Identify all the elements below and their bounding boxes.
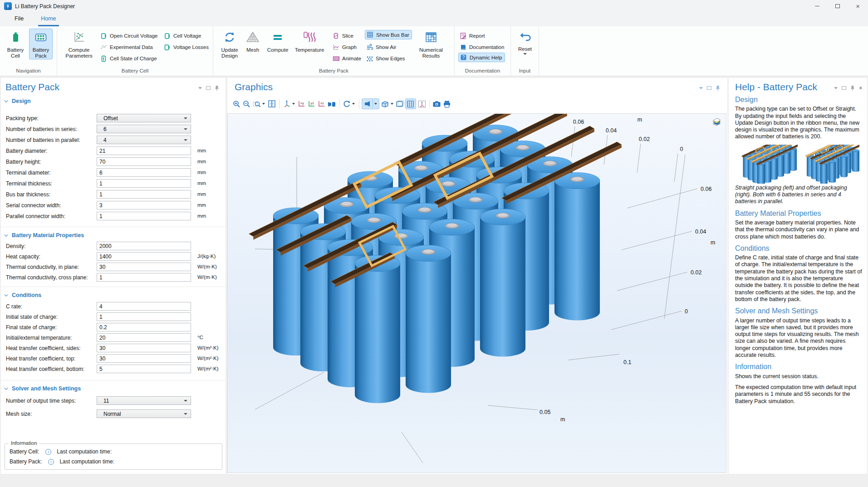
open-circuit-voltage-button[interactable]: Open Circuit Voltage: [100, 31, 157, 40]
zoom-box-dropdown-arrow[interactable]: [262, 103, 265, 105]
temperature-button[interactable]: Temperature: [294, 29, 325, 54]
zoom-in-button[interactable]: [232, 99, 241, 109]
scene-light-dropdown-arrow[interactable]: [391, 103, 393, 105]
report-button[interactable]: Report: [459, 31, 485, 40]
cell-voltage-button[interactable]: Cell Voltage: [163, 31, 201, 40]
wireframe-button[interactable]: [395, 99, 405, 109]
view-xy-button[interactable]: xy: [297, 99, 306, 109]
rotate-dropdown-arrow[interactable]: [352, 103, 355, 105]
panel-pin-icon[interactable]: [215, 85, 219, 91]
snapshot-button[interactable]: [432, 99, 441, 109]
compute-button[interactable]: Compute: [264, 29, 291, 54]
battery-pack-3d-view[interactable]: 0.060.040.020m0.060.040.020m0.10.050m: [228, 114, 726, 472]
row-mesh-size: Mesh size: Normal: [6, 409, 223, 419]
batteries-in-series-select[interactable]: 6: [97, 125, 191, 133]
group-label-navigation: Navigation: [0, 68, 57, 73]
panel-pin-icon[interactable]: [850, 85, 855, 91]
animate-button[interactable]: Animate: [332, 54, 361, 63]
initial-external-temperature-input[interactable]: [97, 333, 191, 342]
initial-state-of-charge-input[interactable]: [97, 312, 191, 321]
battery-diameter-input[interactable]: [97, 146, 191, 155]
divider: [1, 227, 226, 227]
panel-pin-icon[interactable]: [716, 85, 720, 91]
battery-pack-button[interactable]: Battery Pack: [29, 29, 53, 59]
rotate-button[interactable]: [342, 99, 351, 109]
cell-state-of-charge-button[interactable]: Cell State of Charge: [100, 54, 157, 63]
batteries-in-parallel-select[interactable]: 4: [97, 136, 191, 144]
straight-packaging-image: [735, 145, 798, 184]
section-conditions[interactable]: Conditions: [5, 292, 41, 298]
heat-capacity-input[interactable]: [97, 252, 191, 261]
panel-float-icon[interactable]: [707, 85, 711, 91]
update-design-icon: [223, 31, 236, 45]
heat-transfer-bottom-input[interactable]: [97, 365, 191, 373]
dynamic-help-toggle[interactable]: ? Dynamic Help: [458, 53, 505, 62]
go-to-view-button[interactable]: [282, 99, 291, 109]
mesh-button[interactable]: Mesh: [243, 29, 262, 54]
show-air-toggle[interactable]: Show Air: [366, 42, 396, 52]
zoom-extents-button[interactable]: [267, 99, 276, 109]
bus-bar-thickness-input[interactable]: [97, 190, 191, 199]
scene-light-button[interactable]: [380, 99, 390, 109]
panel-float-icon[interactable]: [206, 85, 211, 91]
battery-height-input[interactable]: [97, 157, 191, 166]
slice-button[interactable]: Slice: [332, 31, 353, 40]
menu-file[interactable]: File: [12, 12, 26, 26]
serial-connector-width-input[interactable]: [97, 201, 191, 209]
go-to-view-dropdown-arrow[interactable]: [292, 103, 295, 105]
output-time-steps-select[interactable]: 11: [97, 396, 191, 405]
c-rate-input[interactable]: [97, 302, 191, 311]
mesh-size-select[interactable]: Normal: [97, 409, 191, 418]
info-battery-cell-row: Battery Cell: i Last computation time:: [10, 448, 112, 455]
documentation-button[interactable]: Documentation: [459, 42, 504, 52]
terminal-diameter-input[interactable]: [97, 168, 191, 177]
packing-type-select[interactable]: Offset: [97, 114, 191, 122]
maximize-button[interactable]: [827, 0, 848, 12]
close-button[interactable]: ×: [848, 0, 868, 12]
voltage-losses-button[interactable]: Voltage Losses: [163, 42, 209, 52]
section-battery-material-properties[interactable]: Battery Material Properties: [5, 232, 84, 239]
reset-button[interactable]: Reset: [513, 29, 537, 55]
panel-menu-chevron-icon[interactable]: [699, 85, 703, 91]
heat-transfer-sides-input[interactable]: [97, 344, 191, 352]
parallel-connector-width-input[interactable]: [97, 212, 191, 220]
terminal-thickness-input[interactable]: [97, 179, 191, 188]
panel-close-icon[interactable]: ×: [859, 85, 863, 91]
zoom-box-button[interactable]: [252, 99, 261, 109]
minimize-button[interactable]: [807, 0, 827, 12]
perspective-button[interactable]: [327, 99, 336, 109]
dynamic-help-icon: ?: [460, 54, 467, 61]
view-yz-button[interactable]: yz: [307, 99, 316, 109]
graphics-toolbar: xy yz xz: [232, 97, 452, 111]
panel-float-icon[interactable]: [842, 85, 846, 91]
section-solver-and-mesh[interactable]: Solver and Mesh Settings: [5, 385, 81, 392]
print-button[interactable]: [442, 99, 451, 109]
thermal-conductivity-cross-plane-input[interactable]: [97, 273, 191, 282]
thermal-conductivity-in-plane-input[interactable]: [97, 263, 191, 271]
section-design[interactable]: Design: [5, 98, 31, 104]
update-design-button[interactable]: Update Design: [217, 29, 242, 59]
compute-parameters-button[interactable]: Compute Parameters: [62, 29, 96, 59]
panel-menu-chevron-icon[interactable]: [198, 85, 202, 91]
show-edges-toggle[interactable]: Show Edges: [366, 54, 405, 63]
view-cube-icon[interactable]: [711, 117, 721, 129]
heat-transfer-top-input[interactable]: [97, 354, 191, 363]
reset-dropdown-arrow[interactable]: [523, 53, 527, 55]
help-content: Design The packing type can be set to Of…: [735, 96, 862, 409]
density-input[interactable]: [97, 242, 191, 250]
graph-button[interactable]: Graph: [332, 42, 357, 52]
menu-home[interactable]: Home: [38, 12, 59, 26]
show-bus-bar-toggle[interactable]: Show Bus Bar: [365, 30, 412, 39]
zoom-out-button[interactable]: [242, 99, 251, 109]
grid-toggle[interactable]: [406, 99, 415, 109]
panel-menu-chevron-icon[interactable]: [834, 85, 838, 91]
graphics-canvas[interactable]: 0.060.040.020m0.060.040.020m0.10.050m: [227, 113, 726, 473]
final-state-of-charge-input[interactable]: [97, 323, 191, 331]
show-axis-button[interactable]: [417, 99, 427, 109]
view-xz-button[interactable]: xz: [317, 99, 326, 109]
experimental-data-button[interactable]: Experimental Data: [100, 42, 153, 52]
transparency-dropdown-arrow[interactable]: [374, 103, 377, 105]
battery-cell-button[interactable]: Battery Cell: [4, 29, 27, 59]
numerical-results-button[interactable]: Numerical Results: [415, 29, 447, 59]
transparency-toggle[interactable]: [363, 99, 372, 109]
